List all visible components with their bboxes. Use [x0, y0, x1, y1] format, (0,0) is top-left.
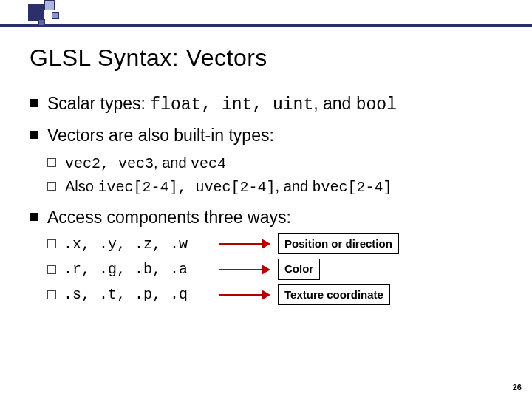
arrow-icon — [219, 236, 278, 251]
slide-title: GLSL Syntax: Vectors — [30, 44, 502, 72]
access-row-xyzw: .x, .y, .z, .w Position or direction — [47, 233, 502, 254]
label-texture: Texture coordinate — [278, 284, 390, 305]
bullet-access-components: Access components three ways: .x, .y, .z… — [30, 206, 502, 305]
label-position: Position or direction — [278, 233, 399, 254]
label-color: Color — [278, 259, 320, 279]
sub-bullet-ivec-types: Also ivec[2-4], uvec[2-4], and bvec[2-4] — [47, 175, 502, 199]
sub-bullet-vec-types: vec2, vec3, and vec4 — [47, 151, 502, 175]
page-number: 26 — [513, 383, 522, 392]
bullet-scalar-types: Scalar types: float, int, uint, and bool — [30, 92, 502, 117]
access-row-stpq: .s, .t, .p, .q Texture coordinate — [47, 284, 502, 305]
slide-decoration — [0, 0, 532, 30]
arrow-icon — [219, 262, 278, 277]
bullet-vectors-builtin: Vectors are also built-in types: vec2, v… — [30, 124, 502, 199]
access-row-rgba: .r, .g, .b, .a Color — [47, 259, 502, 279]
arrow-icon — [219, 287, 278, 302]
